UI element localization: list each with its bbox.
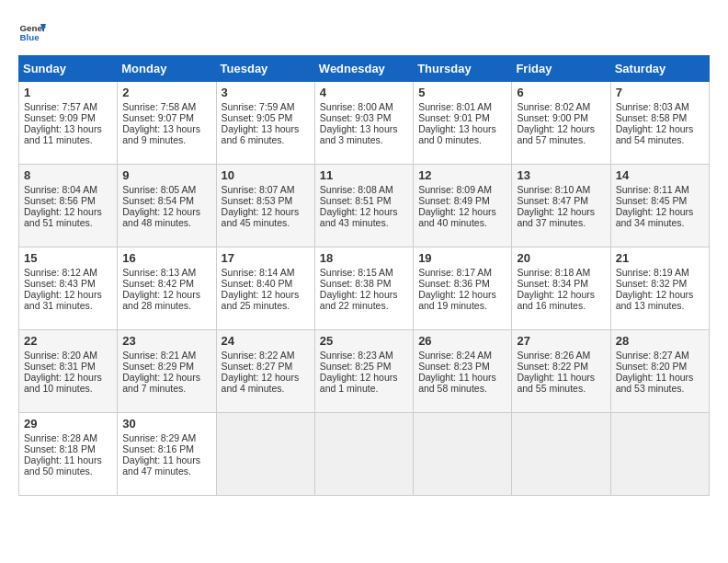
daylight-label: Daylight: 13 hours and 6 minutes. bbox=[222, 123, 300, 145]
day-number: 27 bbox=[517, 334, 605, 348]
sunrise: Sunrise: 7:57 AM bbox=[24, 101, 97, 112]
sunset: Sunset: 8:36 PM bbox=[418, 278, 490, 289]
day-cell: 1Sunrise: 7:57 AMSunset: 9:09 PMDaylight… bbox=[19, 82, 118, 165]
sunset: Sunset: 8:18 PM bbox=[24, 443, 96, 454]
day-number: 17 bbox=[222, 251, 310, 265]
day-cell: 28Sunrise: 8:27 AMSunset: 8:20 PMDayligh… bbox=[610, 330, 709, 413]
day-number: 24 bbox=[222, 334, 310, 348]
day-cell: 12Sunrise: 8:09 AMSunset: 8:49 PMDayligh… bbox=[414, 165, 512, 247]
daylight-label: Daylight: 12 hours and 45 minutes. bbox=[222, 206, 300, 228]
day-number: 18 bbox=[320, 251, 408, 265]
sunrise: Sunrise: 7:59 AM bbox=[222, 101, 295, 112]
day-cell: 8Sunrise: 8:04 AMSunset: 8:56 PMDaylight… bbox=[19, 165, 118, 247]
sunset: Sunset: 9:09 PM bbox=[24, 112, 96, 123]
sunset: Sunset: 8:40 PM bbox=[222, 278, 293, 289]
week-row-5: 29Sunrise: 8:28 AMSunset: 8:18 PMDayligh… bbox=[19, 413, 710, 496]
day-number: 26 bbox=[418, 334, 506, 348]
day-number: 13 bbox=[517, 168, 605, 182]
sunset: Sunset: 8:53 PM bbox=[222, 195, 293, 206]
sunset: Sunset: 8:38 PM bbox=[320, 278, 392, 289]
day-cell: 18Sunrise: 8:15 AMSunset: 8:38 PMDayligh… bbox=[314, 247, 413, 330]
col-header-friday: Friday bbox=[512, 56, 610, 82]
day-cell: 9Sunrise: 8:05 AMSunset: 8:54 PMDaylight… bbox=[118, 165, 216, 247]
sunrise: Sunrise: 8:11 AM bbox=[616, 184, 689, 195]
sunset: Sunset: 8:34 PM bbox=[517, 278, 588, 289]
page-header: General Blue bbox=[18, 18, 710, 46]
daylight-label: Daylight: 12 hours and 34 minutes. bbox=[616, 206, 694, 228]
col-header-monday: Monday bbox=[118, 56, 216, 82]
day-cell: 5Sunrise: 8:01 AMSunset: 9:01 PMDaylight… bbox=[414, 82, 512, 165]
daylight-label: Daylight: 11 hours and 47 minutes. bbox=[122, 454, 200, 477]
daylight-label: Daylight: 11 hours and 58 minutes. bbox=[418, 372, 496, 394]
sunset: Sunset: 8:23 PM bbox=[418, 361, 490, 372]
day-cell: 27Sunrise: 8:26 AMSunset: 8:22 PMDayligh… bbox=[512, 330, 610, 413]
sunrise: Sunrise: 8:17 AM bbox=[418, 267, 492, 278]
sunset: Sunset: 8:22 PM bbox=[517, 361, 588, 372]
sunrise: Sunrise: 8:04 AM bbox=[24, 184, 97, 195]
day-number: 23 bbox=[122, 334, 210, 348]
day-cell bbox=[512, 413, 610, 496]
sunrise: Sunrise: 8:18 AM bbox=[517, 267, 590, 278]
day-cell bbox=[216, 413, 314, 496]
daylight-label: Daylight: 12 hours and 13 minutes. bbox=[616, 289, 694, 311]
day-number: 4 bbox=[320, 86, 408, 99]
daylight-label: Daylight: 12 hours and 31 minutes. bbox=[24, 289, 102, 311]
sunrise: Sunrise: 8:26 AM bbox=[517, 350, 590, 361]
day-cell: 23Sunrise: 8:21 AMSunset: 8:29 PMDayligh… bbox=[118, 330, 216, 413]
sunrise: Sunrise: 8:08 AM bbox=[320, 184, 393, 195]
sunrise: Sunrise: 8:19 AM bbox=[616, 267, 689, 278]
logo-icon: General Blue bbox=[18, 18, 46, 46]
day-cell bbox=[314, 413, 413, 496]
sunrise: Sunrise: 8:05 AM bbox=[122, 184, 196, 195]
col-header-tuesday: Tuesday bbox=[216, 56, 314, 82]
day-number: 14 bbox=[616, 168, 704, 182]
sunset: Sunset: 8:58 PM bbox=[616, 112, 688, 123]
sunset: Sunset: 8:54 PM bbox=[122, 195, 194, 206]
day-number: 19 bbox=[418, 251, 506, 265]
day-cell: 25Sunrise: 8:23 AMSunset: 8:25 PMDayligh… bbox=[314, 330, 413, 413]
sunrise: Sunrise: 8:03 AM bbox=[616, 101, 689, 112]
day-cell: 6Sunrise: 8:02 AMSunset: 9:00 PMDaylight… bbox=[512, 82, 610, 165]
day-cell: 11Sunrise: 8:08 AMSunset: 8:51 PMDayligh… bbox=[314, 165, 413, 247]
week-row-2: 8Sunrise: 8:04 AMSunset: 8:56 PMDaylight… bbox=[19, 165, 710, 247]
daylight-label: Daylight: 12 hours and 51 minutes. bbox=[24, 206, 102, 228]
daylight-label: Daylight: 12 hours and 10 minutes. bbox=[24, 372, 102, 394]
sunrise: Sunrise: 8:12 AM bbox=[24, 267, 97, 278]
day-number: 7 bbox=[616, 86, 704, 99]
sunrise: Sunrise: 8:24 AM bbox=[418, 350, 492, 361]
daylight-label: Daylight: 12 hours and 54 minutes. bbox=[616, 123, 694, 145]
daylight-label: Daylight: 11 hours and 50 minutes. bbox=[24, 454, 102, 477]
daylight-label: Daylight: 12 hours and 48 minutes. bbox=[122, 206, 200, 228]
sunset: Sunset: 9:01 PM bbox=[418, 112, 490, 123]
day-cell: 13Sunrise: 8:10 AMSunset: 8:47 PMDayligh… bbox=[512, 165, 610, 247]
day-cell: 7Sunrise: 8:03 AMSunset: 8:58 PMDaylight… bbox=[610, 82, 709, 165]
daylight-label: Daylight: 12 hours and 1 minute. bbox=[320, 372, 398, 394]
day-number: 9 bbox=[122, 168, 210, 182]
week-row-3: 15Sunrise: 8:12 AMSunset: 8:43 PMDayligh… bbox=[19, 247, 710, 330]
sunset: Sunset: 9:00 PM bbox=[517, 112, 588, 123]
day-number: 12 bbox=[418, 168, 506, 182]
sunrise: Sunrise: 8:28 AM bbox=[24, 432, 97, 443]
sunrise: Sunrise: 8:27 AM bbox=[616, 350, 689, 361]
sunrise: Sunrise: 8:29 AM bbox=[122, 432, 196, 443]
sunrise: Sunrise: 8:15 AM bbox=[320, 267, 393, 278]
daylight-label: Daylight: 12 hours and 16 minutes. bbox=[517, 289, 595, 311]
day-number: 25 bbox=[320, 334, 408, 348]
day-number: 15 bbox=[24, 251, 112, 265]
sunrise: Sunrise: 8:20 AM bbox=[24, 350, 97, 361]
week-row-1: 1Sunrise: 7:57 AMSunset: 9:09 PMDaylight… bbox=[19, 82, 710, 165]
col-header-saturday: Saturday bbox=[610, 56, 709, 82]
sunrise: Sunrise: 8:23 AM bbox=[320, 350, 393, 361]
day-number: 21 bbox=[616, 251, 704, 265]
day-cell: 4Sunrise: 8:00 AMSunset: 9:03 PMDaylight… bbox=[314, 82, 413, 165]
day-number: 8 bbox=[24, 168, 112, 182]
day-number: 20 bbox=[517, 251, 605, 265]
daylight-label: Daylight: 13 hours and 3 minutes. bbox=[320, 123, 398, 145]
sunset: Sunset: 8:47 PM bbox=[517, 195, 588, 206]
day-cell: 2Sunrise: 7:58 AMSunset: 9:07 PMDaylight… bbox=[118, 82, 216, 165]
sunset: Sunset: 8:42 PM bbox=[122, 278, 194, 289]
sunset: Sunset: 8:51 PM bbox=[320, 195, 392, 206]
sunrise: Sunrise: 8:01 AM bbox=[418, 101, 492, 112]
sunset: Sunset: 8:31 PM bbox=[24, 361, 96, 372]
daylight-label: Daylight: 12 hours and 57 minutes. bbox=[517, 123, 595, 145]
